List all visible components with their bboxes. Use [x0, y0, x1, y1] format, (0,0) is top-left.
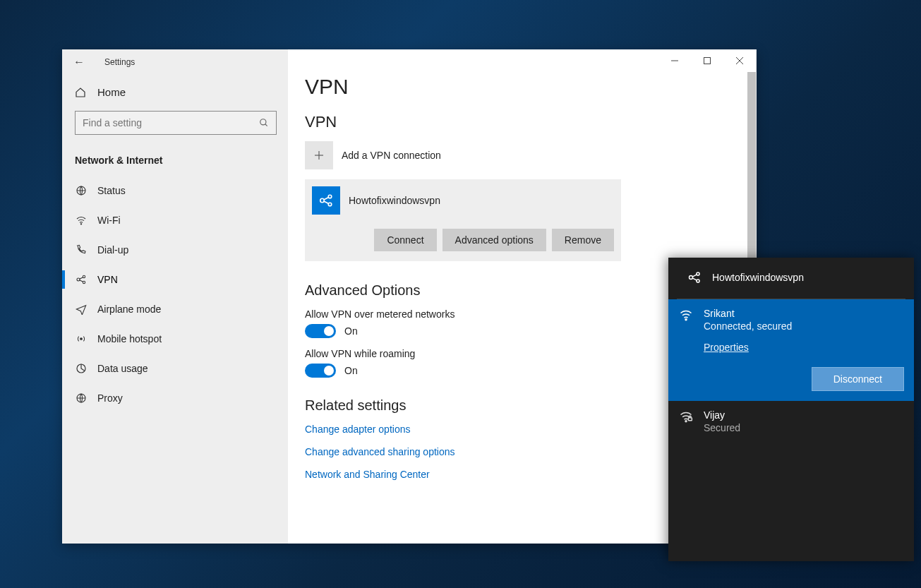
settings-window: ← Settings Home Network & Internet Statu… [62, 49, 757, 544]
sidebar-item-datausage[interactable]: Data usage [62, 354, 288, 383]
connect-button[interactable]: Connect [374, 229, 436, 251]
add-vpn-connection[interactable]: Add a VPN connection [305, 141, 739, 169]
remove-button[interactable]: Remove [552, 229, 614, 251]
airplane-icon [75, 304, 88, 315]
flyout-vpn-item[interactable]: Howtofixwindowsvpn [677, 258, 905, 299]
svg-point-9 [80, 338, 83, 340]
datausage-icon [75, 363, 88, 374]
sidebar-item-label: Dial-up [97, 244, 128, 256]
nav-home[interactable]: Home [62, 75, 288, 111]
svg-line-27 [692, 278, 697, 280]
svg-line-21 [324, 197, 329, 200]
svg-line-26 [692, 275, 697, 277]
svg-point-0 [260, 119, 266, 125]
dialup-icon [75, 244, 88, 256]
wifi-icon [678, 308, 694, 322]
search-icon [259, 118, 269, 128]
wifi-secured-icon [678, 409, 694, 424]
flyout-network-vijay[interactable]: Vijay Secured [668, 401, 914, 443]
svg-rect-30 [688, 418, 692, 421]
sidebar-item-proxy[interactable]: Proxy [62, 383, 288, 413]
network-name: Srikant [704, 308, 792, 319]
settings-sidebar: ← Settings Home Network & Internet Statu… [62, 49, 288, 544]
vpn-actions: Connect Advanced options Remove [305, 222, 621, 254]
sidebar-item-label: Status [97, 185, 126, 196]
status-icon [75, 185, 88, 196]
sidebar-item-vpn[interactable]: VPN [62, 265, 288, 294]
sidebar-item-label: Data usage [97, 363, 148, 374]
vpn-icon [75, 274, 88, 285]
vpn-connection-card[interactable]: Howtofixwindowsvpn Connect Advanced opti… [305, 179, 621, 261]
svg-point-18 [320, 198, 325, 203]
search-box[interactable] [75, 111, 277, 135]
toggle-roaming-state: On [344, 365, 358, 376]
vpn-card-header: Howtofixwindowsvpn [305, 179, 621, 222]
sidebar-item-hotspot[interactable]: Mobile hotspot [62, 324, 288, 354]
vpn-icon [687, 270, 702, 284]
svg-line-7 [80, 277, 83, 280]
network-status: Connected, secured [704, 320, 792, 332]
svg-point-3 [80, 224, 81, 224]
flyout-network-srikant[interactable]: Srikant Connected, secured Properties Di… [668, 299, 914, 401]
svg-point-29 [685, 421, 687, 422]
back-button[interactable]: ← [73, 56, 85, 68]
network-flyout: Howtofixwindowsvpn Srikant Connected, se… [668, 258, 914, 561]
advanced-options-button[interactable]: Advanced options [443, 229, 546, 251]
sidebar-item-label: Proxy [97, 392, 123, 404]
sidebar-item-dialup[interactable]: Dial-up [62, 235, 288, 265]
toggle-roaming-switch[interactable] [305, 364, 336, 378]
proxy-icon [75, 392, 88, 404]
add-vpn-label: Add a VPN connection [342, 150, 441, 161]
window-title: Settings [104, 57, 135, 67]
svg-point-23 [690, 276, 693, 280]
svg-line-22 [324, 201, 329, 204]
page-title: VPN [305, 75, 739, 99]
sidebar-item-label: Mobile hotspot [97, 333, 162, 344]
vpn-connection-icon [312, 186, 340, 215]
network-properties-link[interactable]: Properties [704, 342, 904, 353]
network-status: Secured [704, 422, 740, 433]
hotspot-icon [75, 333, 88, 344]
toggle-metered-state: On [344, 325, 358, 337]
svg-point-28 [685, 319, 687, 320]
disconnect-button[interactable]: Disconnect [812, 367, 904, 391]
sidebar-item-airplane[interactable]: Airplane mode [62, 294, 288, 324]
flyout-vpn-name: Howtofixwindowsvpn [712, 272, 804, 283]
category-label: Network & Internet [62, 148, 288, 176]
plus-icon [305, 141, 333, 169]
sidebar-item-label: Wi-Fi [97, 215, 121, 226]
wifi-icon [75, 215, 88, 226]
search-input[interactable] [83, 117, 259, 128]
svg-line-1 [265, 124, 267, 126]
sidebar-item-status[interactable]: Status [62, 176, 288, 205]
sidebar-item-label: Airplane mode [97, 304, 161, 315]
section-vpn: VPN [305, 113, 739, 131]
titlebar: ← Settings [62, 49, 288, 75]
home-icon [75, 87, 88, 98]
toggle-metered-switch[interactable] [305, 324, 336, 338]
svg-point-4 [77, 278, 80, 281]
svg-line-8 [80, 280, 83, 282]
network-name: Vijay [704, 409, 740, 421]
sidebar-item-wifi[interactable]: Wi-Fi [62, 205, 288, 235]
nav-home-label: Home [97, 86, 126, 98]
vpn-connection-name: Howtofixwindowsvpn [349, 195, 440, 206]
sidebar-item-label: VPN [97, 274, 118, 285]
